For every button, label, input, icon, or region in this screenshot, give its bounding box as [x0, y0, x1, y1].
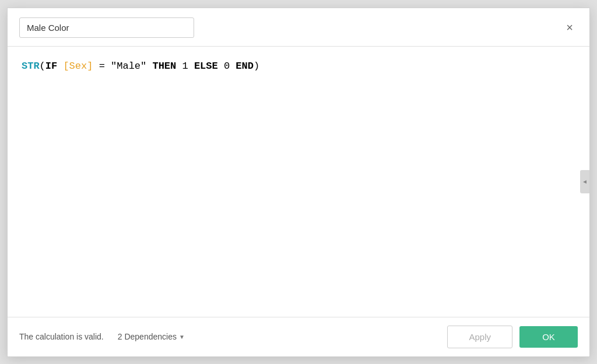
equals-operator: =: [99, 61, 105, 72]
dialog-header: ×: [8, 8, 589, 46]
close-icon: ×: [566, 22, 573, 33]
calculation-name-input[interactable]: [19, 17, 194, 38]
footer-right: Apply OK: [447, 326, 578, 348]
field-sex: [Sex]: [63, 61, 93, 72]
close-button[interactable]: ×: [561, 19, 578, 36]
dialog-footer: The calculation is valid. 2 Dependencies…: [8, 317, 589, 356]
if-keyword: IF: [45, 61, 57, 72]
string-male: "Male": [111, 61, 146, 72]
chevron-down-icon: ▼: [179, 334, 185, 340]
end-keyword: END: [236, 61, 254, 72]
code-line: STR(IF [Sex] = "Male" THEN 1 ELSE 0 END): [22, 58, 575, 74]
then-keyword: THEN: [152, 61, 176, 72]
dependencies-button[interactable]: 2 Dependencies ▼: [118, 332, 185, 341]
footer-left: The calculation is valid. 2 Dependencies…: [19, 332, 185, 341]
ok-button[interactable]: OK: [519, 326, 578, 348]
apply-button[interactable]: Apply: [447, 326, 512, 348]
open-paren: (: [40, 61, 45, 72]
num-zero: 0: [224, 61, 230, 72]
side-collapse-handle[interactable]: [580, 170, 589, 193]
str-keyword: STR: [22, 61, 40, 72]
else-keyword: ELSE: [194, 61, 218, 72]
validation-message: The calculation is valid.: [19, 332, 104, 341]
num-one: 1: [182, 61, 188, 72]
dependencies-label: 2 Dependencies: [118, 332, 177, 341]
close-paren: ): [254, 61, 259, 72]
formula-editor[interactable]: STR(IF [Sex] = "Male" THEN 1 ELSE 0 END): [8, 47, 589, 317]
calculation-dialog: × STR(IF [Sex] = "Male" THEN 1 ELSE 0 EN…: [7, 8, 590, 357]
